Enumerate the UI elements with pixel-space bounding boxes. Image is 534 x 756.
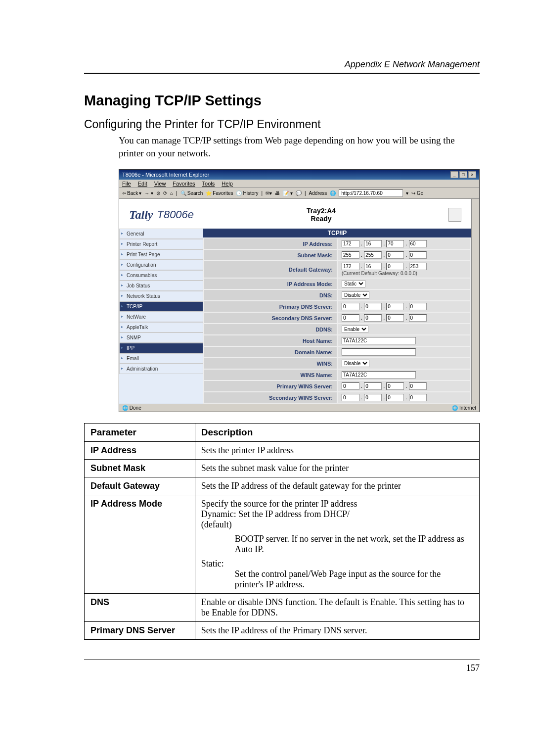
- menu-tools[interactable]: Tools: [202, 181, 215, 187]
- toolbar: ⇦ Back ▾ → ▾ ⊘ ⟳ ⌂ | 🔍 Search ⭐ Favorite…: [119, 188, 479, 199]
- label-ip-mode: IP Address Mode:: [204, 279, 337, 289]
- pdns-oct-4[interactable]: [409, 303, 427, 310]
- subnet-oct-1[interactable]: [342, 251, 359, 259]
- ip-oct-2[interactable]: [364, 240, 382, 247]
- host-input[interactable]: [342, 337, 416, 344]
- gw-oct-3[interactable]: [386, 263, 404, 270]
- menu-favorites[interactable]: Favorites: [173, 181, 195, 187]
- refresh-button[interactable]: ⟳: [163, 190, 167, 196]
- gw-oct-1[interactable]: [342, 263, 359, 270]
- pdns-oct-3[interactable]: [386, 303, 404, 310]
- favorites-button[interactable]: ⭐ Favorites: [206, 190, 233, 196]
- subnet-oct-4[interactable]: [409, 251, 427, 259]
- intro-text: You can manage TCP/IP settings from Web …: [119, 134, 480, 159]
- stop-button[interactable]: ⊘: [156, 190, 160, 196]
- forward-button[interactable]: → ▾: [144, 190, 153, 196]
- pdns-oct-1[interactable]: [342, 303, 359, 310]
- discuss-icon[interactable]: 💬: [296, 190, 302, 196]
- sidebar-item-network-status[interactable]: Network Status: [119, 291, 203, 301]
- label-pdns: Primary DNS Server:: [204, 301, 337, 312]
- sdns-oct-3[interactable]: [386, 314, 404, 322]
- ip-oct-3[interactable]: [386, 240, 404, 247]
- ip-oct-4[interactable]: [409, 240, 427, 247]
- gw-oct-4[interactable]: [409, 263, 427, 270]
- label-host: Host Name:: [204, 335, 337, 346]
- menu-edit[interactable]: Edit: [138, 181, 147, 187]
- pwins-oct-1[interactable]: [342, 382, 359, 390]
- subnet-oct-2[interactable]: [364, 251, 382, 259]
- ip-mode-select[interactable]: Static: [342, 280, 365, 287]
- close-button[interactable]: ×: [468, 171, 476, 178]
- browser-screenshot: T8006e - Microsoft Internet Explorer _ □…: [119, 169, 480, 412]
- menu-view[interactable]: View: [154, 181, 166, 187]
- gw-oct-2[interactable]: [364, 263, 382, 270]
- swins-oct-1[interactable]: [342, 394, 359, 401]
- pwins-oct-4[interactable]: [409, 382, 427, 390]
- go-button[interactable]: ↪ Go: [411, 190, 423, 196]
- dns-select[interactable]: Disable: [342, 291, 369, 299]
- history-button[interactable]: 🕓 History: [236, 190, 258, 196]
- ip-oct-1[interactable]: [342, 240, 359, 247]
- menu-file[interactable]: File: [122, 181, 131, 187]
- home-button[interactable]: ⌂: [170, 190, 173, 196]
- label-pwins: Primary WINS Server:: [204, 381, 337, 391]
- sidebar-item-ipp[interactable]: IPP: [119, 343, 203, 353]
- swins-oct-2[interactable]: [364, 394, 382, 401]
- page-header: Appendix E Network Management: [84, 59, 480, 70]
- row-dns-desc: Enable or disable DNS function. The defa…: [195, 594, 479, 622]
- sidebar-item-email[interactable]: Email: [119, 353, 203, 364]
- back-button[interactable]: ⇦ Back ▾: [122, 190, 141, 196]
- sidebar-item-netware[interactable]: NetWare: [119, 312, 203, 322]
- row-gateway-desc: Sets the IP address of the default gatew…: [195, 477, 479, 495]
- search-button[interactable]: 🔍 Search: [180, 190, 203, 196]
- sidebar-item-snmp[interactable]: SNMP: [119, 332, 203, 343]
- ddns-select[interactable]: Enable: [342, 326, 368, 333]
- mail-icon[interactable]: ✉▾: [266, 190, 272, 196]
- pwins-oct-2[interactable]: [364, 382, 382, 390]
- status-zone: 🌐 Internet: [452, 405, 476, 411]
- sidebar-item-print-test[interactable]: Print Test Page: [119, 249, 203, 260]
- gateway-note: (Current Default Gateway: 0.0.0.0): [342, 271, 417, 276]
- sdns-oct-1[interactable]: [342, 314, 359, 322]
- label-dns: DNS:: [204, 290, 337, 300]
- row-mode-name: IP Address Mode: [85, 495, 195, 594]
- row-dns-name: DNS: [85, 594, 195, 622]
- sidebar-item-tcpip[interactable]: TCP/IP: [119, 301, 203, 312]
- sdns-oct-2[interactable]: [364, 314, 382, 322]
- pdns-oct-2[interactable]: [364, 303, 382, 310]
- subnet-oct-3[interactable]: [386, 251, 404, 259]
- sidebar-item-appletalk[interactable]: AppleTalk: [119, 322, 203, 332]
- sidebar-item-general[interactable]: General: [119, 229, 203, 239]
- swins-oct-3[interactable]: [386, 394, 404, 401]
- sidebar-item-admin[interactable]: Administration: [119, 364, 203, 374]
- th-parameter: Parameter: [85, 424, 195, 442]
- th-description: Description: [195, 424, 479, 442]
- sdns-oct-4[interactable]: [409, 314, 427, 322]
- edit-icon[interactable]: 📝 ▾: [283, 190, 293, 196]
- swins-oct-4[interactable]: [409, 394, 427, 401]
- sidebar-item-printer-report[interactable]: Printer Report: [119, 239, 203, 249]
- pwins-oct-3[interactable]: [386, 382, 404, 390]
- wins-select[interactable]: Disable: [342, 360, 369, 367]
- printer-icon: [448, 208, 461, 222]
- sidebar-item-consumables[interactable]: Consumables: [119, 270, 203, 281]
- label-wins: WINS:: [204, 358, 337, 369]
- heading-2: Configuring the Printer for TCP/IP Envir…: [84, 118, 480, 131]
- printer-status: Tray2:A4 Ready: [194, 207, 448, 223]
- address-input[interactable]: http://172.16.70.60: [339, 189, 403, 197]
- parameter-table: Parameter Description IP Address Sets th…: [84, 423, 480, 640]
- minimize-button[interactable]: _: [450, 171, 458, 178]
- print-icon[interactable]: 🖶: [275, 190, 280, 196]
- address-dropdown[interactable]: ▾: [406, 190, 408, 196]
- domain-input[interactable]: [342, 348, 416, 356]
- row-mode-desc: Specify the source for the printer IP ad…: [195, 495, 479, 594]
- scrollbar[interactable]: [471, 199, 479, 404]
- maximize-button[interactable]: □: [459, 171, 467, 178]
- sidebar-item-configuration[interactable]: Configuration: [119, 260, 203, 270]
- sidebar: General Printer Report Print Test Page C…: [119, 229, 203, 404]
- wins-name-input[interactable]: [342, 371, 416, 378]
- menu-help[interactable]: Help: [222, 181, 233, 187]
- label-sdns: Secondary DNS Server:: [204, 313, 337, 323]
- sidebar-item-job-status[interactable]: Job Status: [119, 281, 203, 291]
- row-subnet-desc: Sets the subnet mask value for the print…: [195, 460, 479, 477]
